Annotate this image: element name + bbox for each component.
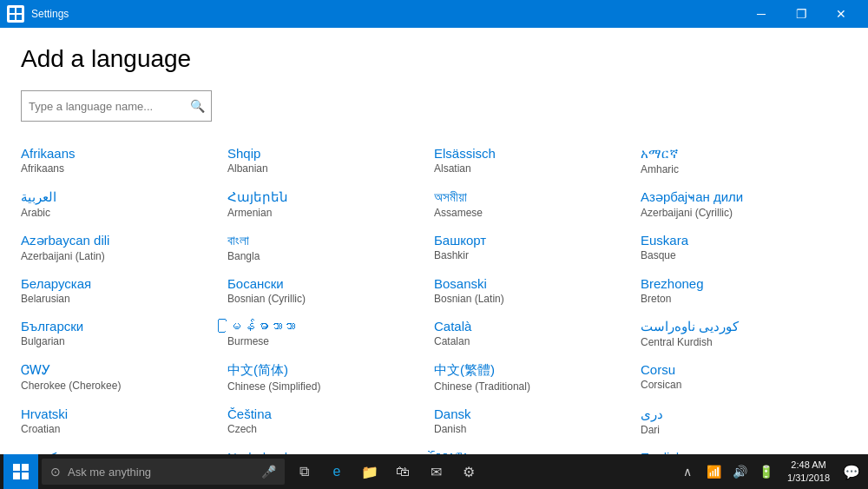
list-item[interactable]: Azərbaycan dili Azerbaijani (Latin) — [21, 226, 227, 269]
settings-taskbar-icon[interactable]: ⚙ — [453, 454, 484, 489]
lang-native-name: 中文(繁體) — [434, 362, 630, 379]
lang-english-name: Dari — [641, 424, 837, 436]
mic-icon[interactable]: 🎤 — [261, 465, 276, 479]
lang-native-name: Corsu — [641, 362, 837, 377]
lang-native-name: Башкорт — [434, 233, 630, 248]
list-item[interactable]: ཇོང་ཁ། Dzongkha — [434, 443, 641, 454]
wifi-icon[interactable]: 📶 — [700, 454, 727, 489]
window-title: Settings — [31, 8, 69, 20]
list-item[interactable]: Беларуская Belarusian — [21, 269, 227, 312]
taskbar-clock[interactable]: 2:48 AM 1/31/2018 — [779, 459, 838, 486]
list-item[interactable]: မြန်မာဘာသာ Burmese — [227, 312, 434, 355]
list-item[interactable]: 中文(简体) Chinese (Simplified) — [227, 355, 434, 400]
lang-native-name: Afrikaans — [21, 146, 217, 161]
maximize-button[interactable]: ❐ — [781, 0, 821, 28]
lang-native-name: Shqip — [227, 146, 424, 161]
list-item[interactable]: Afrikaans Afrikaans — [21, 139, 227, 182]
taskbar-search-text: Ask me anything — [68, 466, 151, 479]
list-item[interactable]: 中文(繁體) Chinese (Traditional) — [434, 355, 641, 400]
lang-english-name: Czech — [227, 423, 424, 435]
lang-english-name: Chinese (Traditional) — [434, 380, 630, 393]
lang-english-name: Catalan — [434, 335, 630, 347]
lang-native-name: မြန်မာဘာသာ — [227, 319, 424, 334]
list-item[interactable]: Euskara Basque — [641, 226, 847, 269]
lang-english-name: Alsatian — [434, 162, 630, 175]
list-item[interactable]: Hrvatski Croatian — [21, 400, 227, 443]
taskbar-icons: ⧉ e 📁 🛍 ✉ ⚙ — [288, 454, 484, 489]
close-button[interactable]: ✕ — [821, 0, 861, 28]
list-item[interactable]: Български Bulgarian — [21, 312, 227, 355]
search-input[interactable] — [22, 100, 183, 113]
lang-native-name: Elsässisch — [434, 146, 630, 161]
lang-english-name: Cherokee (Cherokee) — [21, 380, 217, 392]
list-item[interactable]: English English — [641, 443, 847, 454]
app-icon — [7, 5, 24, 23]
lang-native-name: Беларуская — [21, 276, 217, 291]
list-item[interactable]: Nederlands Dutch — [227, 443, 434, 454]
battery-icon[interactable]: 🔋 — [753, 454, 779, 489]
minimize-button[interactable]: ─ — [741, 0, 781, 28]
language-grid: Afrikaans Afrikaans Shqip Albanian Elsäs… — [21, 139, 847, 454]
list-item[interactable]: Elsässisch Alsatian — [434, 139, 641, 182]
list-item[interactable]: Башкорт Bashkir — [434, 226, 641, 269]
list-item[interactable]: Հայերեն Armenian — [227, 182, 434, 226]
list-item[interactable]: العربية Arabic — [21, 182, 227, 226]
search-icon[interactable]: 🔍 — [183, 91, 211, 121]
lang-native-name: Азәрбајҹан дили — [641, 189, 837, 205]
start-button[interactable] — [3, 454, 38, 489]
svg-rect-4 — [13, 464, 20, 471]
list-item[interactable]: বাংলা Bangla — [227, 226, 434, 269]
list-item[interactable]: Bosanski Bosnian (Latin) — [434, 269, 641, 312]
lang-native-name: Български — [21, 319, 217, 334]
svg-rect-2 — [10, 15, 15, 20]
list-item[interactable]: অসমীয়া Assamese — [434, 182, 641, 226]
lang-native-name: Euskara — [641, 233, 837, 248]
window-controls: ─ ❐ ✕ — [741, 0, 861, 28]
lang-native-name: دری — [641, 406, 837, 422]
task-view-button[interactable]: ⧉ — [288, 454, 319, 489]
lang-native-name: Brezhoneg — [641, 276, 837, 291]
lang-english-name: Azerbaijani (Latin) — [21, 250, 217, 262]
lang-english-name: Breton — [641, 293, 837, 305]
list-item[interactable]: Dansk Danish — [434, 400, 641, 443]
svg-rect-6 — [13, 472, 20, 479]
store-icon[interactable]: 🛍 — [387, 454, 418, 489]
volume-icon[interactable]: 🔊 — [727, 454, 753, 489]
list-item[interactable]: Shqip Albanian — [227, 139, 434, 182]
system-icons: ∧ 📶 🔊 🔋 — [674, 454, 779, 489]
list-item[interactable]: Азәрбајҹан дили Azerbaijani (Cyrillic) — [641, 182, 847, 226]
list-item[interactable]: Brezhoneg Breton — [641, 269, 847, 312]
list-item[interactable]: Босански Bosnian (Cyrillic) — [227, 269, 434, 312]
list-item[interactable]: አማርኛ Amharic — [641, 139, 847, 182]
lang-english-name: Armenian — [227, 207, 424, 219]
list-item[interactable]: كوردی Kurdish — [21, 443, 227, 454]
file-explorer-icon[interactable]: 📁 — [354, 454, 385, 489]
svg-rect-5 — [22, 464, 29, 471]
list-item[interactable]: Català Catalan — [434, 312, 641, 355]
notification-button[interactable]: 💬 — [838, 454, 865, 489]
lang-native-name: Босански — [227, 276, 424, 291]
chevron-icon[interactable]: ∧ — [674, 454, 700, 489]
lang-english-name: Belarusian — [21, 293, 217, 305]
search-box[interactable]: 🔍 — [21, 90, 212, 122]
list-item[interactable]: Čeština Czech — [227, 400, 434, 443]
lang-native-name: Bosanski — [434, 276, 630, 291]
lang-english-name: Danish — [434, 423, 630, 435]
lang-native-name: অসমীয়া — [434, 189, 630, 205]
list-item[interactable]: كوردیی ناوەراست Central Kurdish — [641, 312, 847, 355]
list-item[interactable]: ᏣᎳᎩ Cherokee (Cherokee) — [21, 355, 227, 400]
lang-native-name: Հայերեն — [227, 189, 424, 205]
lang-english-name: Chinese (Simplified) — [227, 380, 424, 393]
taskbar-search[interactable]: ⊙ Ask me anything 🎤 — [42, 459, 285, 485]
lang-english-name: Azerbaijani (Cyrillic) — [641, 207, 837, 219]
lang-english-name: Afrikaans — [21, 162, 217, 175]
list-item[interactable]: Corsu Corsican — [641, 355, 847, 400]
lang-english-name: Basque — [641, 249, 837, 261]
mail-icon[interactable]: ✉ — [420, 454, 451, 489]
lang-native-name: 中文(简体) — [227, 362, 424, 379]
lang-english-name: Bulgarian — [21, 335, 217, 347]
list-item[interactable]: دری Dari — [641, 400, 847, 443]
lang-native-name: বাংলা — [227, 233, 424, 248]
clock-time: 2:48 AM — [791, 459, 825, 472]
edge-icon[interactable]: e — [321, 454, 352, 489]
